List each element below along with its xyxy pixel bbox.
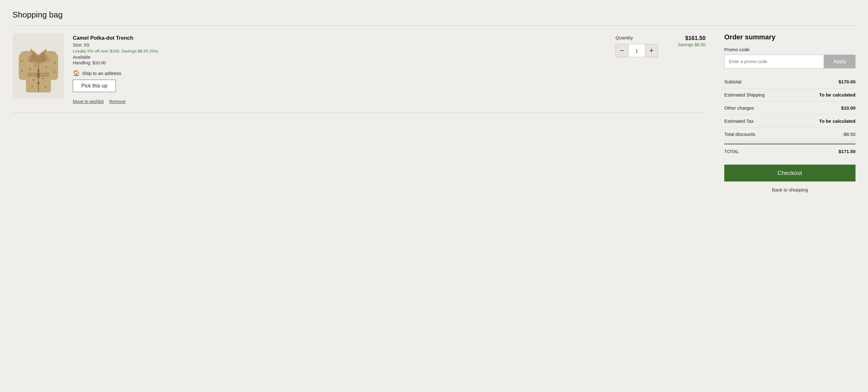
main-divider — [12, 25, 856, 26]
item-handling: Handling: $10.00 — [73, 60, 607, 65]
promo-label: Promo code — [724, 47, 856, 52]
item-availability: Available — [73, 55, 607, 60]
price-section: $161.50 Savings $8.50 — [668, 33, 706, 47]
order-summary-title: Order summary — [724, 33, 856, 41]
back-to-shopping-link[interactable]: Back to shopping — [772, 187, 808, 192]
shipping-label: Estimated Shipping — [724, 92, 765, 97]
svg-point-24 — [21, 70, 23, 71]
svg-rect-4 — [50, 54, 58, 80]
svg-point-23 — [54, 62, 56, 64]
svg-rect-12 — [37, 72, 40, 77]
item-name: Camel Polka-dot Trench — [73, 35, 607, 41]
svg-point-8 — [37, 69, 40, 72]
total-divider — [724, 142, 856, 142]
promo-row: Apply — [724, 55, 856, 68]
item-size: Size: XS — [73, 42, 607, 47]
other-charges-value: $10.00 — [841, 105, 856, 110]
summary-row-discounts: Total discounts -$8.50 — [724, 128, 856, 141]
summary-row-tax: Estimated Tax To be calculated — [724, 115, 856, 128]
discounts-label: Total discounts — [724, 131, 755, 137]
main-layout: Camel Polka-dot Trench Size: XS Loyalty … — [12, 33, 856, 192]
total-value: $171.50 — [839, 149, 856, 154]
ship-icon: 🏠 — [73, 70, 80, 76]
item-actions: Move to wishlist Remove — [73, 99, 607, 104]
svg-point-25 — [54, 71, 55, 73]
shipping-value: To be calculated — [819, 92, 856, 97]
pickup-button[interactable]: Pick this up — [73, 80, 116, 92]
svg-point-21 — [45, 86, 46, 88]
svg-point-13 — [30, 60, 32, 62]
item-details: Camel Polka-dot Trench Size: XS Loyalty … — [73, 33, 607, 104]
ship-label: Ship to an address — [82, 71, 121, 76]
item-loyalty: Loyalty 5% off over $100: Savings $8.50 … — [73, 49, 607, 54]
svg-point-10 — [37, 82, 40, 84]
summary-row-shipping: Estimated Shipping To be calculated — [724, 88, 856, 101]
svg-point-16 — [45, 67, 47, 68]
summary-row-total: TOTAL $171.50 — [724, 144, 856, 158]
svg-rect-3 — [19, 54, 28, 80]
product-image-wrap — [12, 33, 64, 99]
subtotal-label: Subtotal — [724, 79, 741, 84]
svg-point-18 — [33, 79, 35, 81]
checkout-button[interactable]: Checkout — [724, 165, 856, 182]
cart-section: Camel Polka-dot Trench Size: XS Loyalty … — [12, 33, 706, 121]
remove-button[interactable]: Remove — [110, 99, 126, 104]
svg-point-14 — [34, 65, 36, 67]
summary-row-other-charges: Other charges $10.00 — [724, 101, 856, 115]
total-label: TOTAL — [724, 149, 739, 154]
quantity-increase-button[interactable]: + — [645, 44, 658, 57]
quantity-value: 1 — [629, 44, 645, 57]
svg-point-27 — [45, 51, 56, 56]
svg-point-20 — [31, 85, 33, 87]
product-image — [18, 36, 59, 96]
subtotal-value: $170.00 — [839, 79, 856, 84]
summary-rows: Subtotal $170.00 Estimated Shipping To b… — [724, 75, 856, 141]
page-title: Shopping bag — [12, 10, 856, 20]
other-charges-label: Other charges — [724, 105, 754, 110]
quantity-decrease-button[interactable]: − — [616, 44, 629, 57]
apply-button[interactable]: Apply — [824, 55, 856, 68]
quantity-controls: − 1 + — [616, 44, 658, 57]
quantity-section: Quantity − 1 + — [616, 33, 659, 57]
quantity-label: Quantity — [616, 35, 633, 40]
move-to-wishlist-button[interactable]: Move to wishlist — [73, 99, 104, 104]
promo-code-input[interactable] — [724, 55, 824, 68]
svg-point-26 — [21, 51, 32, 56]
svg-point-22 — [20, 60, 22, 62]
svg-point-19 — [42, 77, 44, 79]
summary-row-subtotal: Subtotal $170.00 — [724, 75, 856, 88]
discounts-value: -$8.50 — [842, 131, 856, 137]
svg-point-15 — [42, 60, 44, 62]
cart-item: Camel Polka-dot Trench Size: XS Loyalty … — [12, 33, 706, 113]
ship-row: 🏠 Ship to an address — [73, 70, 607, 76]
item-savings: Savings $8.50 — [678, 42, 706, 47]
item-price: $161.50 — [685, 35, 706, 41]
tax-label: Estimated Tax — [724, 119, 754, 124]
svg-point-17 — [29, 68, 31, 70]
order-summary-section: Order summary Promo code Apply Subtotal … — [724, 33, 856, 192]
tax-value: To be calculated — [819, 119, 856, 124]
